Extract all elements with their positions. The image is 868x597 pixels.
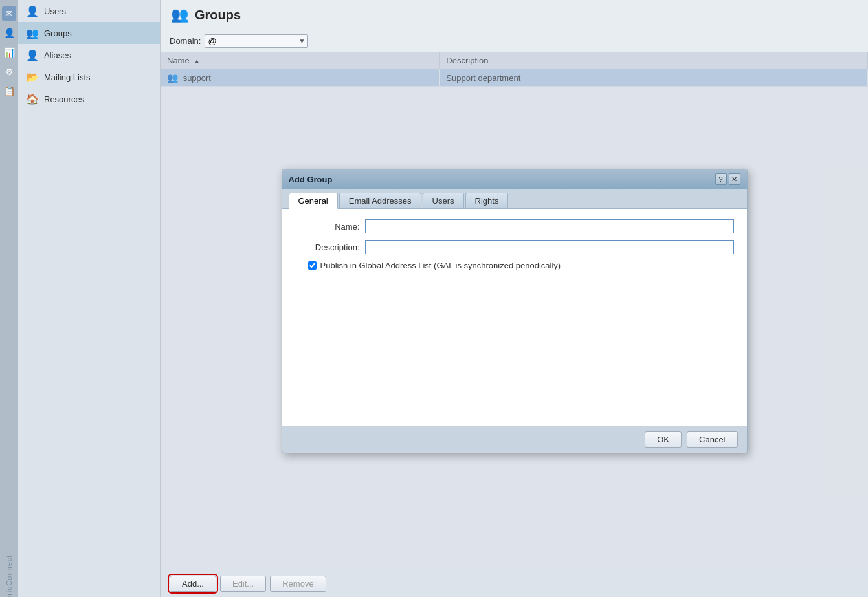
sidebar-label-aliases: Aliases xyxy=(44,50,71,60)
icon-bar-settings[interactable]: ⚙ xyxy=(2,65,16,79)
modal-overlay: Add Group ? ✕ General Email Addresses Us… xyxy=(161,52,868,570)
description-row: Description: xyxy=(295,240,734,254)
dialog-tabs: General Email Addresses Users Rights xyxy=(282,189,747,209)
tab-rights[interactable]: Rights xyxy=(465,193,509,208)
bottom-bar: Add... Edit... Remove xyxy=(161,570,868,597)
icon-bar: ✉ 👤 📊 ⚙ 📋 KerioConnect xyxy=(0,0,18,597)
sidebar-label-resources: Resources xyxy=(44,94,84,104)
table-area: Name ▲ Description 👥 support Support dep… xyxy=(161,52,868,570)
domain-label: Domain: xyxy=(170,36,201,46)
domain-at-sign: @ xyxy=(208,36,216,46)
dialog-body: Name: Description: Publish in Global Add… xyxy=(282,209,747,426)
icon-bar-mail[interactable]: ✉ xyxy=(2,6,16,21)
dialog-controls: ? ✕ xyxy=(715,173,740,185)
sidebar-label-users: Users xyxy=(44,6,66,16)
tab-general[interactable]: General xyxy=(289,193,338,209)
publish-gal-checkbox[interactable] xyxy=(308,261,317,270)
dialog-help-button[interactable]: ? xyxy=(715,173,727,185)
name-row: Name: xyxy=(295,219,734,233)
sidebar-label-mailing-lists: Mailing Lists xyxy=(44,72,91,82)
icon-bar-stats[interactable]: 📊 xyxy=(2,45,16,60)
page-title: Groups xyxy=(195,8,241,23)
name-label: Name: xyxy=(295,222,360,232)
dialog-footer: OK Cancel xyxy=(282,426,747,453)
sidebar-item-mailing-lists[interactable]: 📂 Mailing Lists xyxy=(18,66,160,88)
groups-icon: 👥 xyxy=(26,27,39,39)
domain-dropdown-arrow-icon: ▼ xyxy=(299,38,306,45)
aliases-icon: 👤 xyxy=(26,49,39,61)
page-header-icon: 👥 xyxy=(171,6,188,23)
domain-select[interactable]: @ ▼ xyxy=(205,34,308,48)
domain-bar: Domain: @ ▼ xyxy=(161,30,868,52)
dialog-close-button[interactable]: ✕ xyxy=(729,173,740,185)
description-label: Description: xyxy=(295,243,360,252)
dialog-title: Add Group xyxy=(289,175,333,184)
dialog-titlebar: Add Group ? ✕ xyxy=(282,169,747,189)
app-name: KerioConnect xyxy=(5,555,13,597)
users-icon: 👤 xyxy=(26,5,39,17)
publish-gal-label: Publish in Global Address List (GAL is s… xyxy=(320,261,561,270)
dialog-ok-button[interactable]: OK xyxy=(645,431,682,448)
sidebar-item-groups[interactable]: 👥 Groups xyxy=(18,22,160,44)
sidebar-item-resources[interactable]: 🏠 Resources xyxy=(18,88,160,110)
add-button[interactable]: Add... xyxy=(170,576,216,592)
main-content: 👥 Groups Domain: @ ▼ Name ▲ Description xyxy=(161,0,868,597)
tab-users[interactable]: Users xyxy=(423,193,464,208)
mailing-lists-icon: 📂 xyxy=(26,71,39,83)
description-input[interactable] xyxy=(365,240,734,254)
sidebar: 👤 Users 👥 Groups 👤 Aliases 📂 Mailing Lis… xyxy=(18,0,161,597)
dialog-cancel-button[interactable]: Cancel xyxy=(687,431,737,448)
add-group-dialog: Add Group ? ✕ General Email Addresses Us… xyxy=(282,169,748,453)
tab-email-addresses[interactable]: Email Addresses xyxy=(339,193,421,208)
sidebar-item-aliases[interactable]: 👤 Aliases xyxy=(18,44,160,66)
icon-bar-user[interactable]: 👤 xyxy=(2,26,16,40)
sidebar-item-users[interactable]: 👤 Users xyxy=(18,0,160,22)
icon-bar-clipboard[interactable]: 📋 xyxy=(2,84,16,98)
resources-icon: 🏠 xyxy=(26,92,39,105)
page-header: 👥 Groups xyxy=(161,0,868,30)
publish-gal-row: Publish in Global Address List (GAL is s… xyxy=(308,261,734,270)
sidebar-label-groups: Groups xyxy=(44,28,72,38)
edit-button[interactable]: Edit... xyxy=(220,576,266,592)
name-input[interactable] xyxy=(365,219,734,233)
remove-button[interactable]: Remove xyxy=(270,576,326,592)
